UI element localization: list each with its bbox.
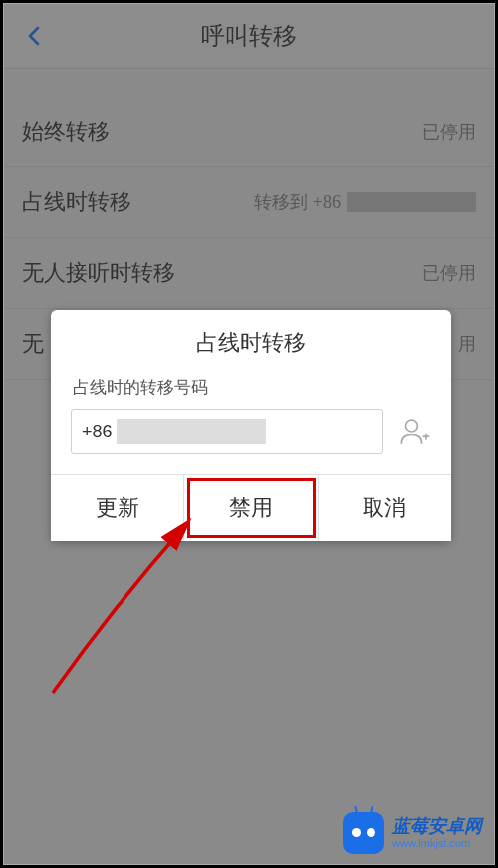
add-contact-icon[interactable] <box>397 415 431 448</box>
watermark-logo <box>343 812 384 854</box>
watermark-name: 蓝莓安卓网 <box>392 817 482 837</box>
phone-prefix: +86 <box>82 422 113 442</box>
phone-number-input[interactable]: +86 <box>71 409 383 454</box>
forward-dialog: 占线时转移 占线时的转移号码 +86 更新 禁用 取消 <box>51 310 451 541</box>
cancel-button[interactable]: 取消 <box>319 475 451 541</box>
svg-point-0 <box>406 420 418 432</box>
redacted-number <box>117 419 266 444</box>
dialog-title: 占线时转移 <box>51 310 451 368</box>
watermark-url: www.lmkjst.com <box>392 837 482 849</box>
disable-button[interactable]: 禁用 <box>184 475 318 541</box>
watermark: 蓝莓安卓网 www.lmkjst.com <box>343 812 482 854</box>
field-label: 占线时的转移号码 <box>51 368 451 409</box>
update-button[interactable]: 更新 <box>51 475 184 541</box>
input-row: +86 <box>51 409 451 474</box>
dialog-button-row: 更新 禁用 取消 <box>51 474 451 541</box>
